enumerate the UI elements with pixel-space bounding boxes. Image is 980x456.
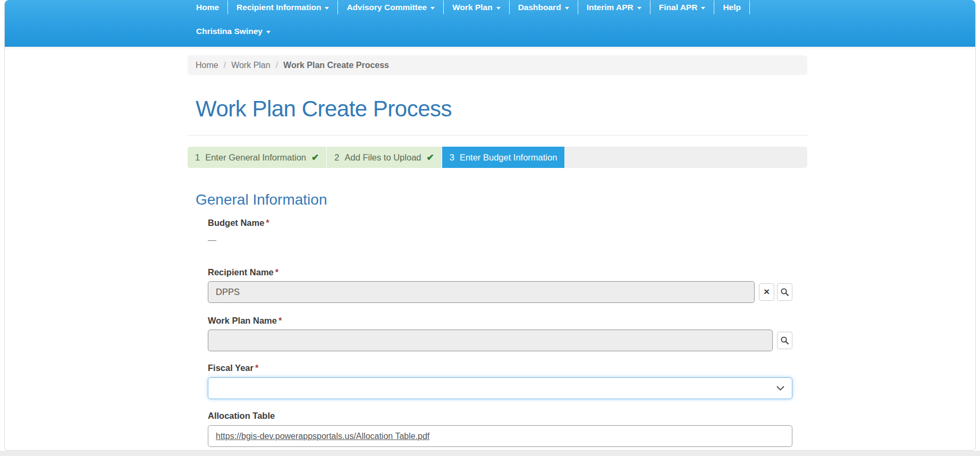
step-number: 3 [450,153,454,163]
recipient-name-group: Recipient Name* × [208,267,807,303]
nav-item-home[interactable]: Home [188,3,227,12]
caret-down-icon [266,31,271,33]
fiscal-year-select[interactable] [208,377,792,399]
work-plan-name-label: Work Plan Name* [208,316,807,326]
nav-item-final-apr[interactable]: Final APR [650,3,714,12]
user-menu[interactable]: Christina Swiney [188,27,279,36]
nav-item-work-plan[interactable]: Work Plan [444,3,509,12]
budget-name-value: — [208,235,807,245]
user-nav: Christina Swiney [188,23,975,39]
breadcrumb-work-plan-link[interactable]: Work Plan [231,61,271,70]
chevron-down-icon [776,386,784,391]
fiscal-year-group: Fiscal Year* [208,363,807,399]
clear-icon: × [764,286,770,297]
search-work-plan-button[interactable] [777,332,792,349]
search-recipient-button[interactable] [777,283,792,301]
caret-down-icon [496,7,501,10]
allocation-table-label: Allocation Table [208,411,807,421]
nav-item-interim-apr[interactable]: Interim APR [578,3,650,12]
content-container: Home / Work Plan / Work Plan Create Proc… [188,55,807,447]
primary-nav: Home Recipient Information Advisory Comm… [188,0,975,14]
caret-down-icon [430,7,435,10]
work-plan-name-input[interactable] [208,330,773,351]
clear-recipient-button[interactable]: × [759,283,774,301]
required-asterisk: * [266,218,269,227]
nav-separator [749,1,750,14]
step-label: Enter General Information [205,153,306,163]
title-divider [188,135,807,136]
search-icon [780,336,789,345]
page-title: Work Plan Create Process [196,96,807,122]
caret-down-icon [701,7,705,10]
check-icon: ✔ [311,152,319,163]
allocation-table-box: https://bgis-dev.powerappsportals.us/All… [208,425,792,447]
budget-name-label: Budget Name* [208,218,807,228]
caret-down-icon [565,7,569,10]
general-information-form: Budget Name* — Recipient Name* × [208,218,807,447]
page-background-strip [0,451,980,456]
caret-down-icon [325,7,329,10]
work-plan-name-group: Work Plan Name* [208,316,807,351]
step-number: 1 [195,153,200,163]
fiscal-year-label: Fiscal Year* [208,363,807,373]
recipient-name-input[interactable] [208,281,755,303]
nav-item-recipient-information[interactable]: Recipient Information [228,3,337,12]
breadcrumb: Home / Work Plan / Work Plan Create Proc… [188,55,807,75]
step-label: Enter Budget Information [460,153,557,163]
caret-down-icon [637,7,641,10]
budget-name-group: Budget Name* — [208,218,807,245]
required-asterisk: * [278,316,282,325]
wizard-step-2-add-files-to-upload[interactable]: 2 Add Files to Upload ✔ [327,147,442,168]
allocation-table-link[interactable]: https://bgis-dev.powerappsportals.us/All… [216,432,429,441]
nav-item-help[interactable]: Help [714,3,749,12]
required-asterisk: * [275,267,278,277]
allocation-table-group: Allocation Table https://bgis-dev.powera… [208,411,807,447]
step-label: Add Files to Upload [344,153,421,163]
check-icon: ✔ [426,152,434,163]
search-icon [780,288,789,297]
required-asterisk: * [255,363,258,373]
breadcrumb-current: Work Plan Create Process [283,61,389,70]
nav-item-advisory-committee[interactable]: Advisory Committee [338,3,443,12]
section-title: General Information [196,191,807,208]
breadcrumb-home-link[interactable]: Home [196,61,218,70]
wizard-step-3-enter-budget-information[interactable]: 3 Enter Budget Information [442,147,565,168]
recipient-name-label: Recipient Name* [208,267,807,277]
breadcrumb-separator: / [276,61,278,70]
nav-item-dashboard[interactable]: Dashboard [510,3,578,12]
step-number: 2 [334,153,339,163]
wizard-steps: 1 Enter General Information ✔ 2 Add File… [188,147,807,168]
top-navbar: Home Recipient Information Advisory Comm… [5,0,975,47]
breadcrumb-separator: / [224,61,226,70]
main-card: Home Recipient Information Advisory Comm… [4,0,976,451]
wizard-step-1-enter-general-information[interactable]: 1 Enter General Information ✔ [188,147,327,168]
